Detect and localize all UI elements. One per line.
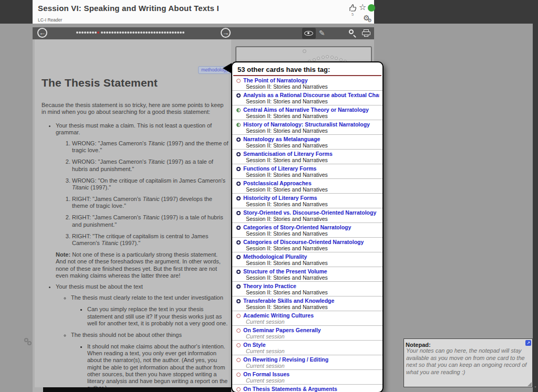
progress-dot[interactable]: [132, 31, 134, 34]
app-subtitle: LC-I Reader: [38, 17, 62, 23]
tagged-card-session: Session II: Stories and Narratives: [236, 246, 379, 252]
progress-dot[interactable]: [89, 31, 91, 34]
tagged-card-link[interactable]: Narratology as Metalanguage: [243, 136, 320, 142]
progress-dot[interactable]: [169, 31, 171, 34]
thumbs-up-icon[interactable]: [348, 3, 358, 13]
card-status-icon: [236, 182, 241, 186]
tagged-card-link[interactable]: Story-Oriented vs. Discourse-Oriented Na…: [243, 209, 376, 216]
tagged-card-link[interactable]: Semanticisation of Literary Forms: [243, 151, 333, 157]
progress-dot[interactable]: [95, 31, 97, 34]
progress-dot[interactable]: [76, 31, 78, 34]
tagged-card-link[interactable]: Postclassical Approaches: [243, 180, 312, 186]
tagged-card-link[interactable]: On Formal Issues: [243, 371, 289, 377]
tagged-card-link[interactable]: Academic Writing Cultures: [243, 312, 314, 319]
tagged-card-link[interactable]: On Rewriting / Revising / Editing: [243, 356, 328, 363]
preview-arc-dot: [317, 57, 320, 60]
settings-gears-icon[interactable]: ⚙⚙: [363, 14, 374, 22]
progress-dot[interactable]: [180, 31, 182, 34]
tagged-card-link[interactable]: Structure of the Present Volume: [243, 268, 327, 274]
progress-dot[interactable]: [101, 31, 103, 34]
search-button[interactable]: [348, 28, 357, 39]
next-card-button[interactable]: →: [221, 28, 231, 38]
progress-dot[interactable]: [159, 31, 161, 34]
progress-dot[interactable]: [153, 31, 156, 34]
edit-button[interactable]: ✎: [319, 28, 328, 39]
tagged-card-link[interactable]: The Point of Narratology: [243, 77, 308, 83]
progress-dot[interactable]: [177, 31, 179, 34]
progress-dot[interactable]: [140, 31, 142, 34]
tagged-card-title-row: Analysis as a Rational Discourse about T…: [236, 91, 379, 99]
notepad-resize-handle[interactable]: [527, 382, 532, 386]
progress-dot[interactable]: [87, 31, 89, 34]
tag-cards-popup: 53 other cards have this tag: The Point …: [231, 61, 384, 392]
list-item: RIGHT: "The critique of capitalism is ce…: [72, 233, 229, 247]
progress-dot[interactable]: [117, 31, 119, 34]
progress-dot[interactable]: [79, 31, 81, 34]
prev-card-button[interactable]: ←: [37, 28, 47, 38]
progress-dot[interactable]: [167, 31, 169, 34]
tagged-card-link[interactable]: Categories of Discourse-Oriented Narrato…: [243, 239, 364, 245]
progress-dot[interactable]: [84, 31, 86, 34]
progress-dot[interactable]: [119, 31, 121, 34]
tagged-card-link[interactable]: Theory into Practice: [243, 283, 296, 289]
tagged-card-link[interactable]: Categories of Story-Oriented Narratology: [243, 224, 351, 230]
notepad-textarea[interactable]: [404, 347, 532, 385]
tagged-card-row: Categories of Story-Oriented Narratology…: [232, 223, 382, 238]
card-status-icon: [236, 314, 241, 318]
preview-arc-dot: [335, 57, 338, 60]
progress-dot[interactable]: [109, 31, 111, 34]
ul-list: The thesis must clearly relate to the te…: [56, 294, 229, 391]
progress-dot[interactable]: [156, 31, 158, 34]
progress-dot[interactable]: [127, 31, 129, 34]
progress-dot[interactable]: [122, 31, 124, 34]
progress-dot[interactable]: [81, 31, 84, 34]
progress-dot[interactable]: [125, 31, 127, 34]
tagged-card-link[interactable]: History of Narratology: Structuralist Na…: [243, 121, 370, 128]
progress-dot[interactable]: [138, 31, 140, 34]
list-item: Can you simply replace the text in your …: [87, 306, 229, 327]
tagged-card-link[interactable]: Analysis as a Rational Discourse about T…: [243, 92, 379, 98]
progress-dot[interactable]: [182, 31, 184, 34]
card-status-icon: [236, 93, 241, 98]
view-mode-button[interactable]: [302, 28, 316, 39]
ol-list: WRONG: "James Cameron's Titanic (1997) a…: [56, 140, 229, 191]
tagged-card-link[interactable]: On Seminar Papers Generally: [243, 327, 321, 333]
tagged-card-link[interactable]: On Style: [243, 342, 266, 348]
tagged-card-link[interactable]: Methodological Plurality: [243, 253, 307, 260]
tagged-card-row: Functions of Literary Forms Session II: …: [232, 164, 382, 179]
tagged-card-link[interactable]: Transferable Skills and Knowledge: [243, 298, 334, 304]
progress-dot[interactable]: [161, 31, 163, 34]
progress-dot[interactable]: [92, 31, 94, 34]
card-status-icon: [236, 387, 241, 391]
progress-dot[interactable]: [114, 31, 116, 34]
progress-dot[interactable]: [130, 31, 132, 34]
scroll-down-icon[interactable]: ˇ: [533, 386, 538, 391]
progress-dot[interactable]: [164, 31, 166, 34]
page-title: Session VI: Speaking and Writing About T…: [38, 4, 219, 13]
tagged-cards-list: The Point of Narratology Session II: Sto…: [232, 76, 382, 392]
progress-dot[interactable]: [151, 31, 153, 34]
tagged-card-row: Narratology as Metalanguage Session II: …: [232, 135, 382, 150]
print-button[interactable]: [361, 28, 371, 39]
app-header: Session VI: Speaking and Writing About T…: [33, 0, 374, 24]
progress-dot[interactable]: [148, 31, 150, 34]
progress-dot[interactable]: [172, 31, 174, 34]
tagged-card-link[interactable]: Functions of Literary Forms: [243, 165, 316, 172]
progress-dot[interactable]: [135, 31, 137, 34]
progress-dot-current[interactable]: [97, 31, 99, 34]
progress-dot[interactable]: [111, 31, 113, 34]
progress-dot[interactable]: [174, 31, 177, 34]
progress-dot[interactable]: [106, 31, 108, 34]
eye-icon: [304, 31, 313, 36]
notepad-expand-icon[interactable]: ↗: [525, 340, 531, 346]
tagged-card-link[interactable]: Historicity of Literary Forms: [243, 195, 317, 201]
link-anchor-icon[interactable]: [24, 337, 35, 347]
tagged-card-link[interactable]: On Thesis Statements & Arguments: [243, 386, 337, 392]
progress-dot[interactable]: [104, 31, 106, 34]
progress-dot[interactable]: [143, 31, 145, 34]
page-scrollbar[interactable]: ˇ: [533, 0, 538, 392]
tagged-card-link[interactable]: Central Aims of Narrative Theory or Narr…: [243, 107, 369, 113]
tagged-card-session: Session II: Stories and Narratives: [236, 128, 379, 134]
progress-dot[interactable]: [146, 31, 148, 34]
star-icon[interactable]: ☆: [359, 2, 366, 12]
